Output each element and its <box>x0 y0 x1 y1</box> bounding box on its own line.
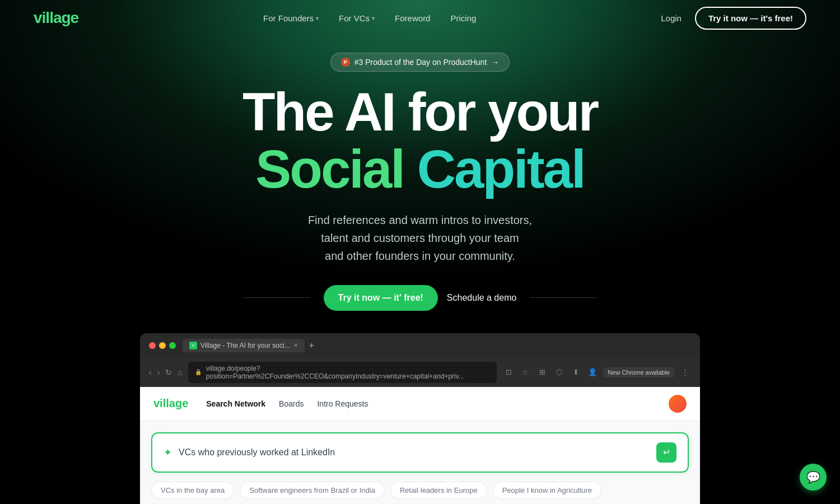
tab-close-icon[interactable]: ✕ <box>293 342 298 348</box>
product-hunt-badge[interactable]: P #3 Product of the Day on ProductHunt → <box>330 53 510 72</box>
download-icon[interactable]: ⬇ <box>570 366 582 379</box>
hero-headline-line2: Social Capital <box>0 141 840 198</box>
hero-subtext: Find references and warm intros to inves… <box>0 211 840 265</box>
navbar: village For Founders ▾ For VCs ▾ Forewor… <box>0 0 840 36</box>
chat-widget[interactable]: 💬 <box>800 464 827 491</box>
cast-icon[interactable]: ⊡ <box>502 366 515 379</box>
hero-actions: Try it now — it' free! Schedule a demo <box>0 285 840 311</box>
schedule-demo-button[interactable]: Schedule a demo <box>447 293 517 303</box>
share-icon[interactable]: ⬡ <box>553 366 565 379</box>
lock-icon: 🔒 <box>195 369 202 375</box>
search-submit-button[interactable]: ↵ <box>656 442 676 463</box>
home-icon[interactable]: ⌂ <box>178 368 182 377</box>
star-icon[interactable]: ☆ <box>519 366 531 379</box>
nav-cta-button[interactable]: Try it now — it's free! <box>695 7 806 30</box>
nav-right: Login Try it now — it's free! <box>661 7 806 30</box>
browser-actions: ⊡ ☆ ⊞ ⬡ ⬇ 👤 New Chrome available ⋮ <box>502 366 691 379</box>
arrow-icon: → <box>491 58 499 67</box>
chevron-down-icon: ▾ <box>316 15 319 21</box>
new-tab-button[interactable]: + <box>309 340 314 351</box>
login-button[interactable]: Login <box>661 13 682 23</box>
refresh-icon[interactable]: ↻ <box>165 368 172 377</box>
close-button[interactable] <box>149 342 156 349</box>
producthunt-icon: P <box>341 58 350 67</box>
sparkle-icon: ✦ <box>164 446 172 459</box>
search-query-text: VCs who previously worked at LinkedIn <box>179 447 650 458</box>
browser-titlebar: V Village - The AI for your soci... ✕ + <box>140 333 700 358</box>
forward-icon[interactable]: › <box>157 368 160 377</box>
nav-pricing[interactable]: Pricing <box>450 13 476 23</box>
nav-boards[interactable]: Boards <box>279 397 304 410</box>
suggestion-chip-0[interactable]: VCs in the bay area <box>151 482 234 499</box>
extension-icon[interactable]: ⊞ <box>536 366 548 379</box>
app-logo: village <box>153 397 188 410</box>
nav-search-network[interactable]: Search Network <box>206 397 265 410</box>
app-content: village Search Network Boards Intro Requ… <box>140 387 700 504</box>
tab-favicon: V <box>189 342 197 349</box>
nav-intro-requests[interactable]: Intro Requests <box>317 397 368 410</box>
browser-tab[interactable]: V Village - The AI for your soci... ✕ <box>183 339 305 352</box>
back-icon[interactable]: ‹ <box>149 368 152 377</box>
right-divider <box>530 297 597 298</box>
suggestion-chip-2[interactable]: Retail leaders in Europe <box>390 482 487 499</box>
maximize-button[interactable] <box>169 342 176 349</box>
bottom-spacer <box>140 499 700 504</box>
tab-label: Village - The AI for your soci... <box>200 342 290 349</box>
left-divider <box>243 297 310 298</box>
nav-foreword[interactable]: Foreword <box>395 13 430 23</box>
traffic-lights <box>149 342 176 349</box>
minimize-button[interactable] <box>159 342 166 349</box>
hero-social-word: Social <box>255 139 404 199</box>
browser-window: V Village - The AI for your soci... ✕ + … <box>140 333 700 504</box>
profile-icon[interactable]: 👤 <box>586 366 599 379</box>
new-chrome-badge[interactable]: New Chrome available <box>603 367 674 377</box>
hero-section: P #3 Product of the Day on ProductHunt →… <box>0 36 840 311</box>
suggestion-chip-1[interactable]: Software engineers from Brazil or India <box>240 482 385 499</box>
suggestion-chips: VCs in the bay area Software engineers f… <box>140 482 700 499</box>
tab-area: V Village - The AI for your soci... ✕ + <box>183 339 691 352</box>
search-box-area: ✦ VCs who previously worked at LinkedIn … <box>140 421 700 482</box>
suggestion-chip-3[interactable]: People I know in Agriculture <box>493 482 601 499</box>
avatar <box>669 395 687 413</box>
url-text: village.do/people?position=Partner%2CFou… <box>206 365 491 380</box>
app-nav: Search Network Boards Intro Requests <box>206 397 368 410</box>
app-header: village Search Network Boards Intro Requ… <box>140 387 700 421</box>
browser-controls: ‹ › ↻ ⌂ 🔒 village.do/people?position=Par… <box>140 358 700 387</box>
url-bar[interactable]: 🔒 village.do/people?position=Partner%2CF… <box>188 362 497 383</box>
hero-headline-line1: The AI for your <box>0 85 840 139</box>
hero-capital-word: Capital <box>417 139 585 199</box>
nav-for-vcs[interactable]: For VCs ▾ <box>339 13 375 23</box>
nav-for-founders[interactable]: For Founders ▾ <box>263 13 319 23</box>
menu-icon[interactable]: ⋮ <box>679 366 691 379</box>
search-box[interactable]: ✦ VCs who previously worked at LinkedIn … <box>151 432 689 473</box>
logo[interactable]: village <box>34 9 78 27</box>
browser-mockup: V Village - The AI for your soci... ✕ + … <box>140 333 700 504</box>
nav-links: For Founders ▾ For VCs ▾ Foreword Pricin… <box>263 13 476 23</box>
chevron-down-icon: ▾ <box>372 15 375 21</box>
hero-cta-button[interactable]: Try it now — it' free! <box>324 285 438 311</box>
cta-buttons: Try it now — it' free! Schedule a demo <box>310 285 530 311</box>
